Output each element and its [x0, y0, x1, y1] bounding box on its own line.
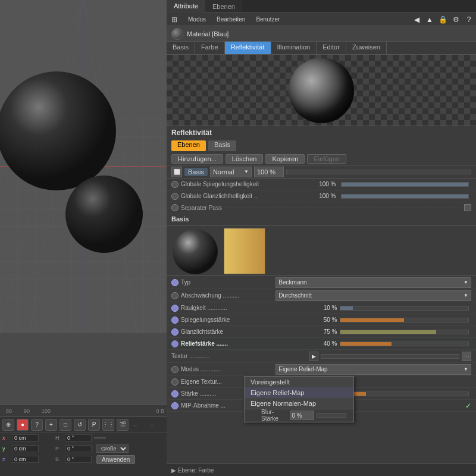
toolbar-icon-grid: ⊞: [169, 15, 180, 24]
ss-tab-ebenen[interactable]: Ebenen: [171, 140, 206, 151]
typ-dropdown[interactable]: Beckmann ▼: [275, 277, 471, 288]
dropdown-item-voreingestellt[interactable]: Voreingestellt: [245, 377, 353, 387]
right-panel: Attribute Ebenen ⊞ Modus Bearbeiten Benu…: [167, 0, 476, 476]
modus-row: Modus ............. Eigene Relief-Map ▼ …: [167, 363, 476, 376]
timeline-btn-5[interactable]: P: [88, 419, 100, 431]
typ-radio[interactable]: [171, 279, 178, 286]
z-input[interactable]: [12, 456, 39, 463]
rauigkeit-label: Rauigkeit ............: [181, 305, 311, 311]
einfuegen-button[interactable]: Einfügen: [307, 154, 346, 164]
sub-tab-basis[interactable]: Basis: [167, 42, 195, 54]
arrow-left-icon[interactable]: ◀: [412, 15, 421, 24]
timeline-btn-2[interactable]: +: [45, 419, 57, 431]
spiegelungsstarke-slider[interactable]: [340, 318, 469, 322]
toolbar-benutzer[interactable]: Benutzer: [253, 15, 282, 23]
ss-tab-basis[interactable]: Basis: [208, 140, 236, 151]
glanzlichtstarke-radio[interactable]: [171, 328, 178, 336]
mark-100: 100: [42, 408, 51, 414]
h-input[interactable]: [65, 434, 92, 441]
y-input[interactable]: [12, 445, 39, 452]
apply-button[interactable]: Anwenden: [96, 455, 135, 464]
glanzlichtstarke-slider[interactable]: [340, 330, 469, 334]
x-input[interactable]: [12, 434, 39, 441]
reliefstarke-radio[interactable]: [171, 340, 178, 347]
dropdown-item-eigene-normalen[interactable]: Eigene Normalen-Map: [245, 398, 353, 409]
layer-slider[interactable]: [286, 170, 471, 174]
modus-dropdown[interactable]: Eigene Relief-Map ▼: [275, 364, 471, 375]
textur-label: Textur ............: [171, 353, 309, 359]
textur-btn[interactable]: ▶: [309, 352, 318, 361]
tab-attribute[interactable]: Attribute: [167, 0, 205, 13]
b-label: B: [55, 456, 62, 462]
glanzlicht-slider[interactable]: [341, 194, 469, 199]
loeschen-button[interactable]: Löschen: [226, 154, 264, 164]
glanzlicht-radio[interactable]: [171, 193, 178, 200]
sub-tab-editor[interactable]: Editor: [317, 42, 346, 54]
reliefstarke-value: 40 %: [311, 340, 337, 347]
lock-icon[interactable]: 🔒: [438, 15, 447, 24]
sub-tab-reflektivitat[interactable]: Reflektivität: [225, 42, 271, 54]
timeline-area: 80 90 100 0 B ⊕ ● ? + □ ↺ P ⋮⋮ 🎬 -- --: [0, 405, 167, 476]
layer-name[interactable]: Basis: [184, 168, 208, 176]
panel-bottom: ▶ Ebene: Farbe: [167, 464, 476, 476]
settings-icon[interactable]: ⚙: [451, 15, 461, 24]
material-preview-sphere: [171, 28, 183, 40]
b-input[interactable]: [65, 456, 92, 463]
timeline-btn-6[interactable]: ⋮⋮: [102, 419, 114, 431]
textur-slider[interactable]: [321, 354, 459, 359]
spiegelung-slider[interactable]: [341, 182, 469, 187]
y-label: y: [2, 446, 10, 452]
textur-more-btn[interactable]: ⋯: [462, 352, 471, 361]
dropdown-item-eigene-relief[interactable]: Eigene Relief-Map: [245, 387, 353, 398]
spiegelung-row: Globale Spiegelungshelligkeit 100 %: [167, 178, 476, 190]
abschwachung-radio[interactable]: [171, 292, 178, 299]
blur-slider[interactable]: [317, 413, 347, 418]
toolbar-bearbeiten[interactable]: Bearbeiten: [214, 15, 248, 23]
timeline-btn-1[interactable]: ⊕: [2, 419, 14, 431]
eigene-textur-radio[interactable]: [171, 378, 178, 386]
sub-tab-farbe[interactable]: Farbe: [195, 42, 225, 54]
sep-checkbox[interactable]: [464, 204, 471, 211]
material-header: Material [Blau]: [167, 26, 476, 42]
spiegelung-label: Globale Spiegelungshelligkeit: [181, 181, 309, 187]
timeline-btn-4[interactable]: ↺: [74, 419, 86, 431]
rauigkeit-radio[interactable]: [171, 305, 178, 312]
svg-point-30: [0, 71, 116, 190]
p-input[interactable]: [65, 445, 92, 452]
spiegelung-radio[interactable]: [171, 181, 178, 188]
blur-input[interactable]: [290, 411, 314, 420]
glanzlichtstarke-value: 75 %: [311, 328, 337, 335]
hinzufuegen-button[interactable]: Hinzufügen...: [171, 154, 223, 164]
reliefstarke-slider[interactable]: [340, 342, 469, 346]
starke-slider[interactable]: [340, 392, 469, 396]
rauigkeit-slider-container: [340, 306, 469, 311]
starke-slider-container: [340, 392, 469, 396]
viewport-panel[interactable]: 80 90 100 0 B ⊕ ● ? + □ ↺ P ⋮⋮ 🎬 -- --: [0, 0, 167, 476]
size-dropdown[interactable]: Größe: [96, 444, 129, 453]
sub-tab-illumination[interactable]: Illumination: [271, 42, 317, 54]
question-icon[interactable]: ?: [464, 15, 474, 24]
sub-tab-zuweisen[interactable]: Zuweisen: [346, 42, 387, 54]
timeline-btn-help[interactable]: ?: [31, 419, 43, 431]
sep-radio[interactable]: [171, 204, 178, 211]
timeline-btn-3[interactable]: □: [60, 419, 71, 431]
layer-percent[interactable]: 100 %: [254, 167, 284, 177]
rauigkeit-slider[interactable]: [340, 306, 469, 311]
textur-row: Textur ............ ▶ ⋯: [167, 350, 476, 363]
arrow-up-icon[interactable]: ▲: [425, 15, 434, 24]
mip-radio[interactable]: [171, 402, 178, 409]
modus-arrow: ▼: [464, 367, 468, 372]
toolbar-modus[interactable]: Modus: [186, 15, 208, 23]
spiegelungsstarke-row: Spiegelungsstärke 50 %: [167, 314, 476, 326]
modus-radio[interactable]: [171, 366, 178, 373]
spiegelung-value: 100 %: [309, 181, 336, 187]
kopieren-button[interactable]: Kopieren: [265, 154, 305, 164]
tab-ebenen[interactable]: Ebenen: [205, 0, 242, 12]
panel-tabs: Attribute Ebenen: [167, 0, 476, 13]
timeline-btn-record[interactable]: ●: [17, 419, 29, 431]
starke-radio[interactable]: [171, 390, 178, 397]
layer-mode-dropdown[interactable]: Normal ▼: [210, 167, 252, 177]
timeline-btn-film[interactable]: 🎬: [117, 419, 129, 431]
spiegelungsstarke-radio[interactable]: [171, 317, 178, 324]
abschwachung-dropdown[interactable]: Durchschnitt ▼: [275, 290, 471, 301]
